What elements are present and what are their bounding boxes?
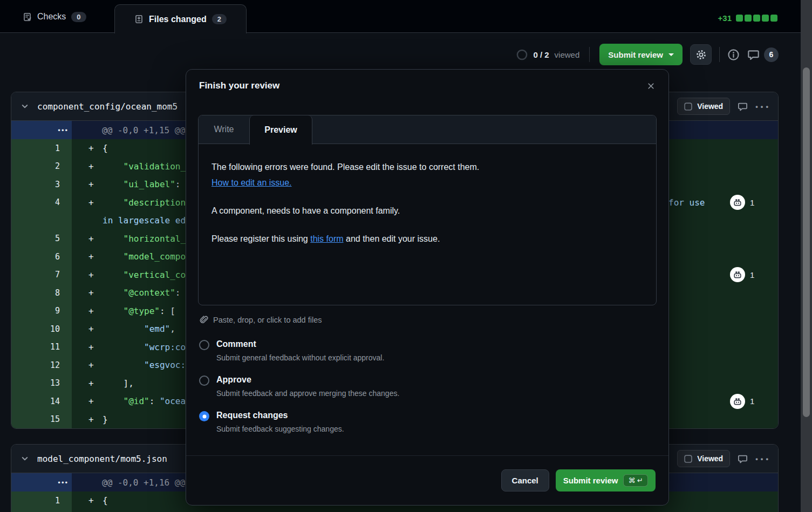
gear-icon (695, 49, 707, 60)
submit-review-button[interactable]: Submit review ⌘ ↵ (556, 469, 656, 491)
added-line-marker: + (88, 360, 103, 370)
line-number: 7 (11, 266, 72, 284)
comment-thread-count: 1 (750, 198, 754, 207)
dialog-title: Finish your review (199, 80, 279, 91)
file-options-kebab-button[interactable]: • • • (755, 103, 769, 111)
reviewer-face-icon (730, 394, 745, 409)
toolbar-divider (589, 47, 590, 62)
close-dialog-button[interactable] (646, 81, 656, 91)
option-text: ApproveSubmit feedback and approve mergi… (216, 374, 399, 399)
tab-checks[interactable]: Checks 0 (19, 8, 90, 26)
diffstat-block (745, 15, 752, 22)
review-option-approve[interactable]: ApproveSubmit feedback and approve mergi… (199, 374, 656, 399)
cancel-button[interactable]: Cancel (501, 469, 549, 491)
page-scrollbar-thumb[interactable] (803, 67, 810, 417)
submit-review-dropdown-button[interactable]: Submit review (599, 44, 683, 65)
collapse-file-button[interactable] (20, 101, 30, 111)
tab-checks-label: Checks (37, 12, 66, 22)
reviewer-face-icon (730, 195, 745, 210)
comment-thread-indicator[interactable]: 1 (730, 267, 754, 282)
tab-files-count: 2 (212, 14, 227, 24)
code-text: "@type": [ (103, 306, 175, 316)
code-cell[interactable]: + (72, 510, 778, 512)
attach-files-button[interactable]: Paste, drop, or click to add files (199, 315, 322, 324)
line-number: 2 (11, 510, 72, 512)
diffstat-block (770, 15, 777, 22)
code-text: "horizontal_co (103, 234, 196, 244)
viewed-progress-ring-icon (516, 49, 528, 60)
checkbox-icon (684, 455, 692, 463)
diffstat-block (753, 15, 760, 22)
collapse-file-button[interactable] (20, 454, 30, 463)
code-text: "wcrp:comp (103, 342, 196, 352)
tab-preview[interactable]: Preview (249, 115, 312, 145)
expand-hunk-button[interactable]: ••• (11, 473, 72, 491)
how-to-edit-issue-link[interactable]: How to edit an issue. (211, 178, 292, 187)
line-number: 12 (11, 356, 72, 374)
line-number: 11 (11, 338, 72, 357)
diffstat-block (736, 15, 743, 22)
comment-thread-indicator[interactable]: 1 (730, 394, 754, 409)
added-line-marker: + (88, 495, 103, 506)
preview-error-text: The following errors were found. Please … (211, 162, 479, 172)
viewed-toggle-button[interactable]: Viewed (677, 98, 730, 115)
option-text: Request changesSubmit feedback suggestin… (216, 409, 344, 434)
line-number: 4 (11, 194, 72, 212)
tab-write[interactable]: Write (199, 115, 249, 144)
comment-icon (738, 101, 748, 112)
code-text: { (103, 143, 108, 153)
radio-comment[interactable] (199, 340, 209, 350)
code-text: "emd", (103, 324, 175, 334)
file-options-kebab-button[interactable]: • • • (755, 455, 769, 463)
added-line-marker: + (88, 161, 103, 172)
code-text: "ui_label": "o (103, 179, 196, 189)
viewed-label: Viewed (697, 454, 723, 463)
comment-icon (738, 454, 748, 464)
submit-review-label: Submit review (608, 50, 663, 59)
line-number: 6 (11, 248, 72, 266)
added-line-marker: + (88, 251, 103, 262)
code-text: "model_compone (103, 251, 196, 262)
added-line-marker: + (88, 270, 103, 280)
chevron-down-icon (20, 454, 30, 463)
file-name[interactable]: model_component/mom5.json (37, 454, 167, 464)
review-option-request-changes[interactable]: Request changesSubmit feedback suggestin… (199, 409, 656, 434)
file-comment-button[interactable] (738, 454, 748, 464)
added-line-marker: + (88, 288, 103, 298)
file-comment-button[interactable] (738, 101, 748, 112)
comment-thread-indicator[interactable]: 1 (730, 195, 754, 210)
viewed-progress: 0 / 2 viewed (533, 50, 579, 59)
tab-files-changed[interactable]: Files changed 2 (114, 4, 247, 33)
line-number: 13 (11, 374, 72, 393)
submit-review-label: Submit review (563, 476, 618, 485)
this-form-link[interactable]: this form (310, 234, 343, 243)
line-number: 2 (11, 158, 72, 176)
file-name[interactable]: component_config/ocean_mom5 (37, 101, 178, 112)
radio-request-changes-selected[interactable] (199, 411, 209, 421)
option-title: Request changes (216, 409, 344, 421)
line-number: 9 (11, 302, 72, 320)
comment-thread-count: 1 (750, 397, 754, 406)
info-button[interactable] (727, 49, 740, 61)
conversations-count-badge: 6 (764, 47, 779, 62)
added-line-marker: + (88, 197, 103, 208)
diffstat-blocks (736, 15, 777, 22)
review-option-comment[interactable]: CommentSubmit general feedback without e… (199, 338, 656, 363)
conversations-button[interactable] (747, 49, 760, 61)
comment-box-tabs: Write Preview (199, 115, 656, 144)
expand-hunk-button[interactable]: ••• (11, 121, 72, 139)
preview-component-family-text: A component, needs to have a component f… (211, 203, 643, 219)
option-text: CommentSubmit general feedback without e… (216, 338, 384, 363)
viewed-toggle-button[interactable]: Viewed (677, 450, 730, 467)
added-line-marker: + (88, 306, 103, 316)
line-number: 3 (11, 175, 72, 194)
radio-approve[interactable] (199, 376, 209, 386)
tab-checks-count: 0 (71, 12, 86, 22)
diff-row: 2+ (11, 510, 778, 512)
option-description: Submit feedback suggesting changes. (216, 424, 344, 434)
option-title: Approve (216, 374, 399, 386)
option-description: Submit general feedback without explicit… (216, 352, 384, 363)
review-settings-gear-button[interactable] (690, 44, 712, 65)
code-text: "description": (103, 197, 196, 208)
line-number: 1 (11, 139, 72, 158)
